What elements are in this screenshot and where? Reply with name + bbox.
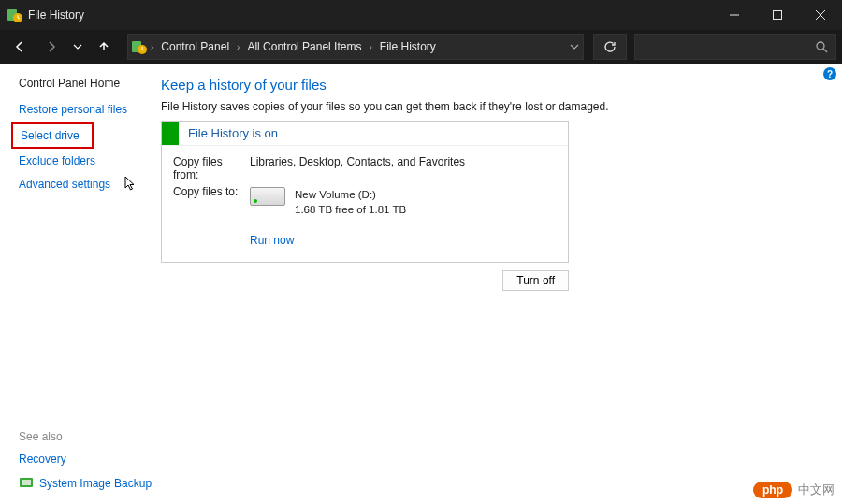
system-image-backup-link[interactable]: System Image Backup — [19, 476, 159, 491]
svg-rect-11 — [22, 480, 31, 485]
file-history-icon — [132, 39, 147, 54]
drive-icon — [250, 187, 285, 206]
chevron-right-icon: › — [237, 42, 240, 52]
breadcrumb-item[interactable]: All Control Panel Items — [243, 40, 365, 53]
svg-rect-3 — [774, 11, 782, 20]
chevron-right-icon: › — [369, 42, 371, 52]
drive-free-space: 1.68 TB free of 1.81 TB — [295, 202, 406, 217]
run-now-link[interactable]: Run now — [250, 234, 294, 247]
address-bar[interactable]: › Control Panel › All Control Panel Item… — [127, 34, 584, 60]
watermark-badge: php — [753, 482, 792, 498]
search-icon — [815, 40, 828, 53]
titlebar: File History — [0, 0, 842, 30]
restore-files-link[interactable]: Restore personal files — [19, 103, 159, 116]
window-title: File History — [28, 8, 84, 22]
recovery-link[interactable]: Recovery — [19, 453, 159, 466]
content-area: ? Control Panel Home Restore personal fi… — [0, 64, 842, 504]
copy-to-label: Copy files to: — [173, 185, 250, 217]
page-heading: Keep a history of your files — [161, 77, 820, 93]
breadcrumb-item[interactable]: File History — [376, 40, 440, 53]
chevron-right-icon: › — [151, 42, 153, 52]
minimize-button[interactable] — [713, 0, 756, 30]
refresh-button[interactable] — [593, 34, 627, 60]
watermark: php 中文网 — [753, 482, 835, 498]
back-button[interactable] — [6, 33, 34, 61]
system-image-backup-label: System Image Backup — [39, 477, 152, 490]
forward-button[interactable] — [37, 33, 65, 61]
recent-dropdown[interactable] — [69, 33, 86, 61]
watermark-text: 中文网 — [798, 482, 835, 498]
status-indicator — [162, 122, 179, 145]
side-panel: Control Panel Home Restore personal file… — [0, 64, 159, 504]
shield-icon — [19, 476, 34, 491]
maximize-button[interactable] — [756, 0, 799, 30]
turn-off-button[interactable]: Turn off — [502, 270, 569, 291]
page-description: File History saves copies of your files … — [161, 100, 820, 113]
close-button[interactable] — [799, 0, 842, 30]
breadcrumb-item[interactable]: Control Panel — [157, 40, 233, 53]
svg-line-9 — [823, 49, 827, 52]
chevron-down-icon[interactable] — [570, 42, 579, 51]
drive-name: New Volume (D:) — [295, 187, 406, 202]
select-drive-link[interactable]: Select drive — [21, 129, 84, 142]
copy-from-value: Libraries, Desktop, Contacts, and Favori… — [250, 155, 465, 181]
highlight-annotation: Select drive — [11, 122, 94, 149]
control-panel-home-link[interactable]: Control Panel Home — [19, 77, 159, 90]
status-box: File History is on Copy files from: Libr… — [161, 121, 569, 263]
status-text: File History is on — [179, 126, 278, 140]
navigation-row: › Control Panel › All Control Panel Item… — [0, 30, 842, 64]
search-box[interactable] — [634, 34, 836, 60]
up-button[interactable] — [90, 33, 118, 61]
main-panel: Keep a history of your files File Histor… — [159, 64, 842, 504]
see-also-heading: See also — [19, 430, 159, 443]
copy-from-label: Copy files from: — [173, 155, 250, 181]
svg-point-8 — [817, 42, 824, 50]
advanced-settings-link[interactable]: Advanced settings — [19, 178, 159, 191]
file-history-icon — [7, 7, 22, 22]
exclude-folders-link[interactable]: Exclude folders — [19, 154, 159, 167]
